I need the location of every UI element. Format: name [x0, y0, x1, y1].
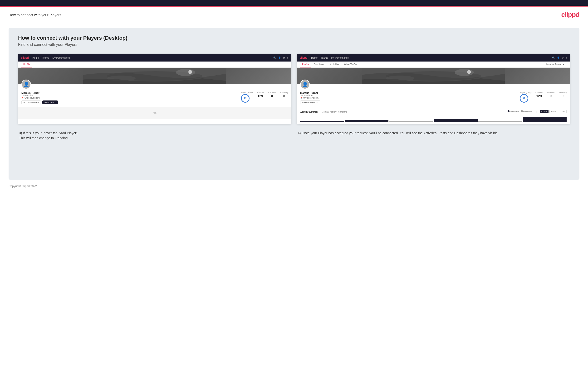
nav-home-left[interactable]: Home	[32, 57, 39, 59]
section-title: How to connect with your Players (Deskto…	[18, 35, 570, 41]
quality-circle-left: 92	[241, 94, 250, 103]
avatar-person-icon-left: 👤	[23, 82, 29, 87]
followers-stat-right: Followers 0	[547, 92, 555, 98]
user-icon-right[interactable]: 👤	[557, 57, 560, 59]
profile-banner-right	[297, 68, 570, 84]
activities-value-left: 129	[256, 94, 264, 98]
chart-bar-3	[389, 121, 433, 122]
desc-area-left: 3) If this is your Player tap, 'Add Play…	[18, 131, 291, 141]
app-nav-links-left: Home Teams My Performance	[32, 57, 70, 59]
activities-label-right: Activities	[535, 92, 543, 94]
avatar-icon-right[interactable]: ●	[566, 57, 567, 59]
profile-details-right: Marcus Turner 1-5 Handicap 📍 United King…	[300, 92, 567, 104]
page-header-title: How to connect with your Players	[9, 13, 61, 17]
desc-text-right: 4) Once your Player has accepted your re…	[298, 131, 569, 136]
app-nav-logo-right: clippd	[300, 56, 307, 59]
close-icon-remove: ✕	[316, 101, 318, 104]
on-course-dot	[508, 110, 510, 112]
profile-name-right: Marcus Turner	[300, 92, 517, 94]
request-follow-button[interactable]: Request to Follow	[21, 100, 41, 104]
avatar-left: 👤	[21, 80, 31, 89]
following-value-right: 0	[559, 94, 567, 98]
following-label-left: Following	[280, 92, 288, 94]
on-course-legend: On course	[508, 110, 519, 113]
quality-circle-right: 92	[520, 94, 528, 103]
search-icon-right[interactable]: 🔍	[552, 57, 555, 59]
on-course-label: On course	[510, 110, 519, 113]
activity-header: Activity Summary Monthly Activity - 6 Mo…	[300, 109, 567, 114]
descriptions-row: 3) If this is your Player tap, 'Add Play…	[18, 131, 570, 141]
profile-info-right: 👤 Marcus Turner 1-5 Handicap 📍 United Ki…	[297, 84, 570, 107]
app-nav-right: clippd Home Teams My Performance 🔍 👤 ⚙ ●	[297, 54, 570, 61]
nav-home-right[interactable]: Home	[311, 57, 318, 59]
off-course-label: Off course	[523, 110, 532, 113]
tab-activities-right[interactable]: Activities	[328, 61, 342, 67]
tab-profile-right[interactable]: Profile	[300, 61, 311, 67]
filter-6mths-button[interactable]: 6 mths	[540, 110, 548, 113]
followers-label-right: Followers	[547, 92, 555, 94]
app-nav-links-right: Home Teams My Performance	[311, 57, 349, 59]
tab-bar-right: Profile Dashboard Activities What To On …	[297, 61, 570, 68]
screenshot-left: clippd Home Teams My Performance 🔍 👤 ⚙ ●…	[18, 54, 291, 124]
main-content: How to connect with your Players (Deskto…	[9, 28, 579, 180]
nav-teams-right[interactable]: Teams	[321, 57, 328, 59]
following-stat-left: Following 0	[280, 92, 288, 98]
filter-1mth-button[interactable]: 1 mth	[559, 110, 567, 113]
settings-icon-left[interactable]: ⚙	[283, 57, 285, 59]
activity-period: Monthly Activity - 6 Months	[322, 111, 347, 113]
svg-point-2	[176, 69, 195, 76]
stats-area-right: Player Quality 92 Activities 129 Followe…	[520, 92, 567, 103]
clippd-logo: clippd	[561, 11, 579, 18]
followers-label-left: Followers	[268, 92, 276, 94]
app-nav-icons-left: 🔍 👤 ⚙ ●	[273, 57, 288, 59]
profile-info-left: 👤 Marcus Turner 1-5 Handicap 📍 United Ki…	[18, 84, 291, 107]
avatar-icon-left[interactable]: ●	[287, 57, 288, 59]
profile-name-left: Marcus Turner	[21, 92, 239, 94]
header-divider	[9, 23, 579, 23]
activity-title: Activity Summary	[300, 111, 318, 113]
nav-performance-right[interactable]: My Performance	[331, 57, 348, 59]
plus-icon: +	[54, 101, 56, 103]
avatar-right: 👤	[300, 80, 310, 89]
quality-label-right: Player Quality	[520, 92, 532, 94]
activity-legend: On course Off course	[508, 110, 532, 113]
profile-name-area-left: Marcus Turner 1-5 Handicap 📍 United King…	[21, 92, 239, 104]
tab-profile-left[interactable]: Profile	[21, 61, 32, 67]
chart-bar-2	[345, 120, 389, 122]
tab-whaton-right[interactable]: What To On	[342, 61, 359, 67]
user-dropdown-label: Marcus Turner	[546, 63, 562, 66]
add-player-button[interactable]: Add Player +	[42, 100, 58, 104]
profile-name-area-right: Marcus Turner 1-5 Handicap 📍 United King…	[300, 92, 517, 104]
followers-value-right: 0	[547, 94, 555, 98]
user-dropdown-right[interactable]: Marcus Turner ▼	[544, 61, 567, 67]
filter-1yr-button[interactable]: 1 yr	[533, 110, 539, 113]
app-nav-icons-right: 🔍 👤 ⚙ ●	[552, 57, 567, 59]
activities-label-left: Activities	[256, 92, 264, 94]
settings-icon-right[interactable]: ⚙	[562, 57, 564, 59]
desc-area-right: 4) Once your Player has accepted your re…	[297, 131, 570, 141]
svg-point-9	[467, 70, 471, 74]
activities-stat-left: Activities 129	[256, 92, 264, 98]
user-icon-left[interactable]: 👤	[278, 57, 281, 59]
search-icon-left[interactable]: 🔍	[273, 57, 276, 59]
app-nav-left: clippd Home Teams My Performance 🔍 👤 ⚙ ●	[18, 54, 291, 61]
add-player-label: Add Player	[44, 101, 54, 103]
filter-3mths-button[interactable]: 3 mths	[549, 110, 558, 113]
avatar-person-icon-right: 👤	[302, 82, 308, 87]
remove-player-label: Remove Player	[302, 101, 315, 104]
tab-dashboard-right[interactable]: Dashboard	[311, 61, 328, 67]
screenshot-right: clippd Home Teams My Performance 🔍 👤 ⚙ ●…	[297, 54, 570, 124]
chart-bar-6	[523, 117, 567, 122]
nav-performance-left[interactable]: My Performance	[52, 57, 70, 59]
profile-handicap-left: 1-5 Handicap	[21, 94, 239, 97]
location-text-right: United Kingdom	[303, 97, 319, 99]
profile-details-left: Marcus Turner 1-5 Handicap 📍 United King…	[21, 92, 288, 104]
remove-player-button[interactable]: Remove Player ✕	[300, 100, 320, 104]
svg-point-4	[188, 70, 192, 74]
profile-location-left: 📍 United Kingdom	[21, 97, 239, 99]
nav-teams-left[interactable]: Teams	[42, 57, 49, 59]
following-stat-right: Following 0	[559, 92, 567, 98]
following-value-left: 0	[280, 94, 288, 98]
activities-stat-right: Activities 129	[535, 92, 543, 98]
svg-point-7	[455, 69, 474, 76]
